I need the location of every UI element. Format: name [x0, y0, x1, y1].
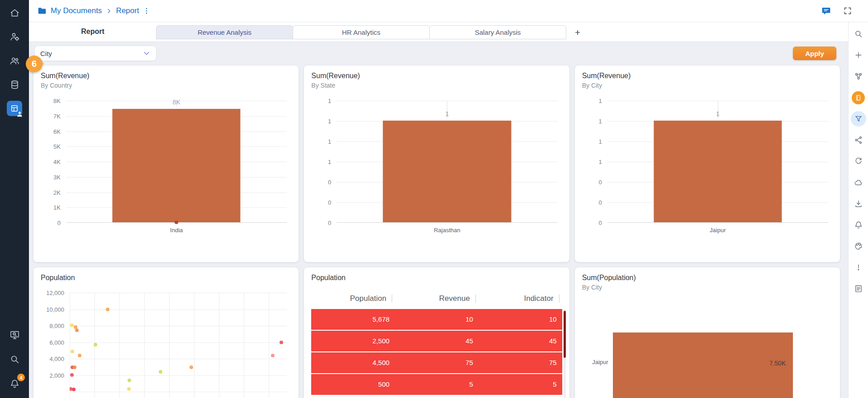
chart-canvas: PopulationRevenueIndicator5,67810102,500… — [311, 289, 562, 395]
left-sidebar-bottom: 4 — [5, 326, 24, 393]
bar[interactable] — [113, 109, 241, 222]
sidebar-item-monitor-search[interactable] — [5, 326, 24, 344]
tab-bar: Report Revenue AnalysisHR AnalyticsSalar… — [29, 22, 848, 42]
top-bar: My Documents Report — [29, 0, 868, 22]
table-row[interactable]: 2,5004545 — [311, 331, 562, 351]
y-tick-label: 1K — [53, 204, 61, 211]
filter-icon — [854, 114, 863, 123]
tab-salary-analysis[interactable]: Salary Analysis — [429, 25, 566, 39]
bar[interactable] — [383, 121, 511, 222]
breadcrumb: My Documents Report — [37, 6, 151, 16]
plot-area: 8K — [66, 101, 287, 223]
data-point[interactable] — [190, 365, 193, 369]
step-badge[interactable]: 6 — [26, 56, 43, 72]
card-sum-revenue-by-country: Sum(Revenue) By Country 8K7K6K5K4K3K2K1K… — [33, 66, 299, 262]
tool-1-add[interactable] — [849, 46, 868, 64]
data-point[interactable] — [280, 341, 283, 344]
gridline — [70, 309, 287, 310]
bell-icon — [854, 220, 863, 229]
user-settings-icon — [9, 32, 20, 42]
fullscreen-icon[interactable] — [843, 6, 852, 15]
data-point[interactable] — [159, 370, 162, 374]
x-axis-label: India — [170, 227, 183, 234]
alert-icon — [854, 263, 863, 272]
comment-icon[interactable] — [821, 6, 831, 16]
card-population-scatter: Population 12,00010,0008,0006,0004,0002,… — [33, 267, 299, 398]
sidebar-item-groups[interactable] — [5, 52, 24, 70]
data-point[interactable] — [78, 354, 81, 357]
add-icon — [854, 51, 863, 60]
sidebar-item-user-settings[interactable] — [5, 28, 24, 46]
tool-0-search[interactable] — [849, 25, 868, 43]
table-cell: 45 — [395, 331, 479, 351]
sidebar-item-database[interactable] — [5, 75, 24, 94]
chart-subtitle: By State — [311, 82, 562, 89]
zoom-icon — [9, 354, 20, 365]
data-point[interactable] — [94, 343, 97, 346]
chart-title: Population — [311, 274, 562, 282]
tool-4-filter[interactable] — [849, 110, 868, 128]
dropdown-value: City — [40, 50, 52, 57]
y-tick-label: 1 — [328, 138, 331, 145]
city-filter-dropdown[interactable]: City — [34, 46, 157, 61]
tool-11-alert[interactable] — [849, 258, 868, 276]
sidebar-item-reports[interactable] — [5, 99, 24, 117]
breadcrumb-report[interactable]: Report — [116, 6, 139, 15]
breadcrumb-my-documents[interactable]: My Documents — [51, 6, 102, 15]
gridline — [144, 293, 145, 398]
search-icon — [854, 29, 863, 38]
table-row[interactable]: 50055 — [311, 374, 562, 395]
sort-divider — [559, 295, 560, 303]
data-point[interactable] — [75, 328, 79, 332]
tab-hr-analytics[interactable]: HR Analytics — [293, 25, 430, 39]
y-tick-label: 12,000 — [46, 290, 64, 296]
bar[interactable] — [654, 121, 782, 222]
tool-6-refresh[interactable] — [849, 152, 868, 170]
tool-12-notes[interactable] — [849, 280, 868, 298]
tool-7-cloud[interactable] — [849, 173, 868, 192]
tool-5-share[interactable] — [849, 131, 868, 149]
data-point[interactable] — [127, 387, 131, 391]
column-header-revenue[interactable]: Revenue — [395, 294, 479, 303]
dashboard-grid: Sum(Revenue) By Country 8K7K6K5K4K3K2K1K… — [29, 65, 848, 398]
data-point[interactable] — [73, 365, 76, 369]
y-tick-label: 0 — [598, 220, 602, 226]
data-point[interactable] — [128, 379, 131, 382]
bar[interactable]: 7.50K — [613, 332, 793, 398]
data-point[interactable] — [70, 373, 74, 377]
notes-icon — [854, 284, 863, 293]
data-point[interactable] — [271, 354, 275, 357]
table-row[interactable]: 4,5007575 — [311, 352, 562, 373]
y-tick-label: 10,000 — [46, 306, 64, 313]
tool-3-workbook[interactable] — [849, 89, 868, 107]
y-axis: 1111000 — [582, 101, 607, 223]
tool-10-palette[interactable] — [849, 237, 868, 255]
tool-9-bell[interactable] — [849, 216, 868, 234]
data-point[interactable] — [106, 308, 109, 311]
kebab-icon[interactable] — [142, 7, 151, 15]
column-header-indicator[interactable]: Indicator — [479, 294, 562, 303]
data-point[interactable] — [72, 388, 76, 391]
plot-area — [70, 293, 287, 398]
apply-button[interactable]: Apply — [793, 47, 836, 60]
tab-revenue-analysis[interactable]: Revenue Analysis — [156, 25, 293, 39]
table-body: 5,67810102,50045454,500757550055 — [311, 309, 562, 395]
data-point[interactable] — [175, 220, 178, 224]
add-tab-button[interactable]: + — [570, 27, 585, 38]
y-tick-label: 2,000 — [49, 372, 64, 379]
table-row[interactable]: 5,6781010 — [311, 309, 562, 330]
tool-2-model[interactable] — [849, 67, 868, 85]
sidebar-item-bell[interactable]: 4 — [5, 375, 24, 393]
sidebar-item-home[interactable] — [5, 4, 24, 22]
column-header-population[interactable]: Population — [311, 294, 395, 303]
table-scrollbar[interactable] — [564, 311, 566, 358]
palette-icon — [854, 242, 863, 251]
database-icon — [9, 80, 20, 90]
tool-8-download[interactable] — [849, 195, 868, 213]
tabs: Revenue AnalysisHR AnalyticsSalary Analy… — [157, 25, 566, 42]
data-point[interactable] — [71, 350, 74, 353]
sidebar-item-zoom[interactable] — [5, 350, 24, 368]
card-sum-revenue-by-state: Sum(Revenue) By State 11110001Rajasthan — [304, 66, 569, 262]
chart-subtitle: By Country — [41, 82, 291, 89]
y-tick-label: 4K — [53, 159, 61, 165]
